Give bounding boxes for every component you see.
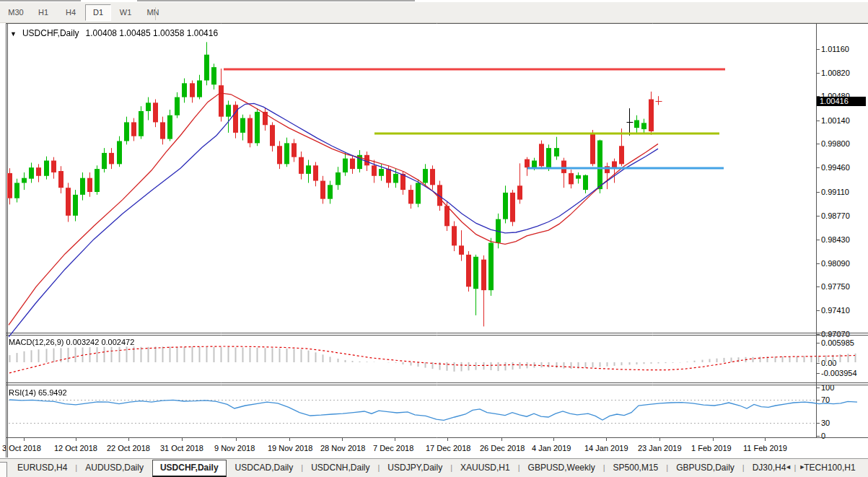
timeframe-button-h1[interactable]: H1: [30, 4, 56, 21]
time-axis[interactable]: [0, 439, 868, 458]
symbol-tab-usdcad[interactable]: USDCAD,Daily: [228, 459, 301, 476]
macd-indicator-label: MACD(12,26,9) 0.003242 0.002472: [9, 338, 134, 346]
tab-scroll-arrows[interactable]: ◄ ►: [785, 463, 808, 471]
tab-separator: |: [742, 463, 745, 472]
tab-separator: |: [377, 463, 380, 472]
timeframe-button-h4[interactable]: H4: [58, 4, 84, 21]
symbol-tab-gbpusd[interactable]: GBPUSD,Daily: [669, 459, 742, 476]
symbol-tab-eurusd[interactable]: EURUSD,H4: [10, 459, 74, 476]
tab-separator: |: [518, 463, 520, 472]
timeframe-button-m30[interactable]: M30: [3, 4, 29, 21]
tab-separator: |: [666, 463, 668, 472]
chart-ohlc-quote: 1.00408 1.00485 1.00358 1.00416: [86, 28, 219, 38]
toolbar-separator: [155, 7, 156, 20]
timeframe-button-d1[interactable]: D1: [85, 4, 111, 21]
tab-separator: |: [603, 463, 605, 472]
rsi-indicator-label: RSI(14) 65.9492: [9, 388, 67, 397]
price-chart-canvas[interactable]: [0, 0, 868, 477]
tab-separator: |: [75, 463, 77, 472]
tab-separator: |: [301, 463, 303, 472]
symbol-tab-audusd[interactable]: AUDUSD,Daily: [78, 459, 151, 476]
symbol-tab-gbpusd[interactable]: GBPUSD,Weekly: [521, 459, 602, 476]
symbol-tab-bar: EURUSD,H4|AUDUSD,DailyUSDCHF,DailyUSDCAD…: [0, 458, 868, 477]
chart-symbol-label: USDCHF,Daily: [22, 28, 79, 38]
timeframe-button-mn[interactable]: MN: [140, 4, 166, 21]
current-price-tag: 1.00416: [817, 97, 866, 106]
chart-title: ▼USDCHF,Daily1.00408 1.00485 1.00358 1.0…: [10, 28, 218, 38]
timeframe-toolbar: M30H1H4D1W1MN: [0, 2, 868, 23]
symbol-tab-usdcnh[interactable]: USDCNH,Daily: [304, 459, 377, 476]
tab-bar-notch: [0, 462, 7, 477]
tab-separator: |: [450, 463, 452, 472]
timeframe-button-w1[interactable]: W1: [113, 4, 139, 21]
symbol-tab-xauusd[interactable]: XAUUSD,H1: [453, 459, 517, 476]
symbol-tab-usdchf[interactable]: USDCHF,Daily: [152, 460, 227, 477]
price-axis[interactable]: [817, 23, 868, 438]
chart-dropdown-icon[interactable]: ▼: [10, 30, 17, 38]
symbol-tab-usdjpy[interactable]: USDJPY,Daily: [380, 459, 450, 476]
symbol-tab-sp500[interactable]: SP500,M15: [606, 459, 666, 476]
